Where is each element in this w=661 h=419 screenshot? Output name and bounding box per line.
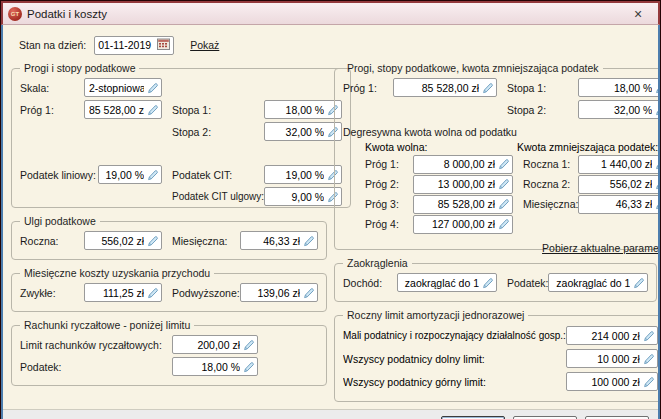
edit-pencil-icon[interactable] [498, 218, 510, 230]
edit-pencil-icon[interactable] [147, 287, 159, 299]
zaokraglenia-podatek-label: Podatek: [497, 277, 548, 289]
edit-pencil-icon[interactable] [643, 353, 655, 365]
skala-field[interactable]: 2-stopniowa [84, 78, 162, 97]
prog1-field[interactable]: 85 528,00 zł [84, 100, 162, 119]
podatek-cit-label: Podatek CIT: [162, 169, 264, 181]
date-value: 01-11-2019 [98, 39, 151, 51]
ulga-miesieczna-label: Miesięczna: [162, 235, 240, 247]
edit-pencil-icon[interactable] [482, 82, 494, 94]
edit-pencil-icon[interactable] [655, 178, 658, 190]
skala-label: Skala: [20, 82, 84, 94]
r-stopa1-label: Stopa 1: [497, 82, 578, 94]
group-koszty-uzyskania: Miesięczne koszty uzyskania przychodu Zw… [11, 267, 327, 312]
mali-podatnicy-field[interactable]: 214 000 zł [566, 326, 658, 345]
roczna1-field[interactable]: 1 440,00 zł [578, 155, 658, 174]
left-column: Progi i stopy podatkowe Skala: 2-stopnio… [11, 62, 327, 409]
edit-pencil-icon[interactable] [147, 82, 159, 94]
edit-pencil-icon[interactable] [482, 277, 494, 289]
podatek-liniowy-field[interactable]: 19,00 % [98, 165, 162, 184]
group-rachunki-ryczaltowe: Rachunki ryczałtowe - poniżej limitu Lim… [11, 319, 327, 386]
date-input[interactable]: 01-11-2019 [94, 36, 174, 55]
stopa1-field[interactable]: 18,00 % [264, 100, 342, 119]
edit-pencil-icon[interactable] [303, 235, 315, 247]
ulga-roczna-label: Roczna: [20, 235, 84, 247]
dochod-label: Dochód: [343, 277, 397, 289]
dolny-limit-field[interactable]: 10 000 zł [566, 349, 658, 368]
edit-pencil-icon[interactable] [147, 104, 159, 116]
right-column: Progi, stopy podatkowe, kwota zmniejszaj… [334, 62, 650, 409]
edit-pencil-icon[interactable] [655, 198, 658, 210]
ulga-roczna-field[interactable]: 556,02 zł [84, 231, 162, 250]
edit-pencil-icon[interactable] [498, 178, 510, 190]
edit-pencil-icon[interactable] [498, 158, 510, 170]
limit-rachunkow-label: Limit rachunków ryczałtowych: [20, 339, 172, 351]
zaokraglenia-podatek-field[interactable]: zaokrąglać do 1 [548, 273, 648, 292]
podatek-cit-field[interactable]: 19,00 % [264, 165, 342, 184]
kw-prog2-field[interactable]: 13 000,00 zł [413, 175, 513, 194]
stopa2-label: Stopa 2: [162, 126, 264, 138]
calendar-icon[interactable] [157, 38, 170, 52]
kw-prog4-field[interactable]: 127 000,00 zł [413, 215, 513, 234]
dochod-field[interactable]: zaokrąglać do 1 [397, 273, 497, 292]
group-progi-legend: Progi i stopy podatkowe [20, 62, 139, 74]
titlebar[interactable]: GT Podatki i koszty × [1, 1, 660, 25]
stopa2-field[interactable]: 32,00 % [264, 122, 342, 141]
edit-pencil-icon[interactable] [655, 104, 658, 116]
edit-pencil-icon[interactable] [633, 277, 645, 289]
koszty-podwyzszone-field[interactable]: 139,06 zł [240, 283, 318, 302]
r-stopa2-field[interactable]: 32,00 % [578, 100, 658, 119]
koszty-podwyzszone-label: Podwyższone: [162, 287, 240, 299]
ulga-miesieczna-field[interactable]: 46,33 zł [240, 231, 318, 250]
pokaz-link[interactable]: Pokaż [190, 39, 219, 51]
prog1-label: Próg 1: [20, 104, 84, 116]
podatek-cit-ulgowy-label: Podatek CIT ulgowy: [162, 191, 264, 202]
window-title: Podatki i koszty [27, 8, 618, 20]
group-zaokraglenia: Zaokrąglenia Dochód: zaokrąglać do 1 Pod… [334, 257, 657, 302]
podatek-cit-ulgowy-field[interactable]: 9,00 % [264, 187, 342, 206]
koszty-zwykle-label: Zwykłe: [20, 287, 84, 299]
pobierz-parametry-link[interactable]: Pobierz aktualne parametry [542, 242, 658, 254]
rachunki-podatek-label: Podatek: [20, 361, 172, 373]
kw-prog3-field[interactable]: 85 528,00 zł [413, 195, 513, 214]
koszty-zwykle-field[interactable]: 111,25 zł [84, 283, 162, 302]
edit-pencil-icon[interactable] [147, 169, 159, 181]
group-progi2-legend: Progi, stopy podatkowe, kwota zmniejszaj… [343, 62, 603, 74]
edit-pencil-icon[interactable] [303, 287, 315, 299]
edit-pencil-icon[interactable] [643, 376, 655, 388]
kw-prog1-field[interactable]: 8 000,00 zł [413, 155, 513, 174]
anuluj-button[interactable]: Anuluj [513, 416, 577, 419]
pomoc-button[interactable]: Pomoc [585, 416, 649, 419]
group-progi-i-stopy: Progi i stopy podatkowe Skala: 2-stopnio… [11, 62, 351, 208]
stopa1-label: Stopa 1: [162, 104, 264, 116]
r-miesieczna-field[interactable]: 46,33 zł [578, 195, 658, 214]
state-date-row: Stan na dzień: 01-11-2019 Pokaż [19, 34, 650, 56]
kw-prog3-label: Próg 3: [365, 198, 413, 210]
dolny-limit-label: Wszyscy podatnicy dolny limit: [343, 353, 566, 365]
roczna2-label: Roczna 2: [513, 178, 578, 190]
limit-rachunkow-field[interactable]: 200,00 zł [172, 335, 258, 354]
group-koszty-legend: Miesięczne koszty uzyskania przychodu [20, 267, 214, 279]
edit-pencil-icon[interactable] [655, 158, 658, 170]
edit-pencil-icon[interactable] [147, 235, 159, 247]
edit-pencil-icon[interactable] [655, 82, 658, 94]
gorny-limit-label: Wszyscy podatnicy górny limit: [343, 376, 566, 388]
dialog-content: Stan na dzień: 01-11-2019 Pokaż Progi i … [3, 25, 658, 409]
podatek-liniowy-label: Podatek liniowy: [20, 169, 98, 181]
dialog-body: Stan na dzień: 01-11-2019 Pokaż Progi i … [1, 25, 660, 419]
mali-podatnicy-label: Mali podatnicy i rozpoczynający działaln… [343, 330, 566, 341]
edit-pencil-icon[interactable] [643, 330, 655, 342]
close-icon[interactable]: × [623, 5, 653, 22]
ok-button[interactable]: OK [441, 416, 505, 419]
roczna2-field[interactable]: 556,02 zł [578, 175, 658, 194]
gorny-limit-field[interactable]: 100 000 zł [566, 372, 658, 391]
group-rachunki-legend: Rachunki ryczałtowe - poniżej limitu [20, 319, 194, 331]
r-stopa1-field[interactable]: 18,00 % [578, 78, 658, 97]
edit-pencil-icon[interactable] [243, 339, 255, 351]
r-prog1-field[interactable]: 85 528,00 zł [393, 78, 497, 97]
dialog-podatki-i-koszty: GT Podatki i koszty × Stan na dzień: 01-… [0, 0, 661, 419]
edit-pencil-icon[interactable] [243, 361, 255, 373]
rachunki-podatek-field[interactable]: 18,00 % [172, 357, 258, 376]
group-limit-amortyzacji: Roczny limit amortyzacji jednorazowej Ma… [334, 309, 658, 402]
group-amortyzacja-legend: Roczny limit amortyzacji jednorazowej [343, 309, 528, 321]
edit-pencil-icon[interactable] [498, 198, 510, 210]
